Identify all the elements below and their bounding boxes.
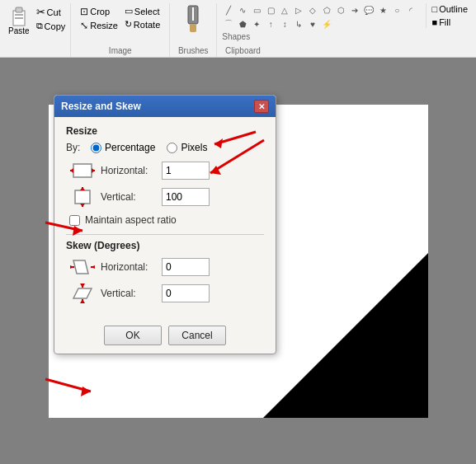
horizontal-resize-icon xyxy=(69,160,96,181)
crop-label: Crop xyxy=(90,7,110,16)
copy-button[interactable]: ⧉ Copy xyxy=(35,20,68,32)
shape-star[interactable]: ★ xyxy=(376,3,389,16)
percentage-radio[interactable] xyxy=(91,143,101,153)
shape-poly[interactable]: ⬟ xyxy=(236,17,249,30)
canvas-decoration xyxy=(263,253,428,418)
crop-resize-area: ⊡ Crop ⤡ Resize xyxy=(78,5,120,32)
shape-arrow-up[interactable]: ↑ xyxy=(264,17,277,30)
clipboard-group: Paste ✂ Cut ⧉ Copy Clipboard xyxy=(2,3,71,57)
shape-heart[interactable]: ♥ xyxy=(306,17,319,30)
svg-marker-22 xyxy=(73,288,92,298)
shape-arrow-right[interactable]: ➔ xyxy=(348,3,361,16)
percentage-label: Percentage xyxy=(105,142,155,153)
dialog-body: Resize By: Percentage Pixels xyxy=(54,117,276,319)
shape-arc[interactable]: ◜ xyxy=(404,3,417,16)
rotate-label: Rotate xyxy=(134,20,160,30)
pixels-radio-label[interactable]: Pixels xyxy=(167,142,207,153)
ok-button[interactable]: OK xyxy=(104,326,162,345)
paste-icon xyxy=(9,7,29,26)
shape-roundrect[interactable]: ▢ xyxy=(264,3,277,16)
fill-button[interactable]: ■ Fill xyxy=(430,16,469,28)
vertical-skew-row: Vertical: 0 xyxy=(66,283,264,304)
aspect-ratio-row: Maintain aspect ratio xyxy=(69,214,264,226)
vertical-resize-icon xyxy=(69,186,96,208)
rotate-button[interactable]: ↻ Rotate xyxy=(123,18,162,30)
select-button[interactable]: ▭ Select xyxy=(123,5,162,17)
copy-label: Copy xyxy=(45,21,66,31)
pixels-radio[interactable] xyxy=(167,143,177,153)
resize-button[interactable]: ⤡ Resize xyxy=(78,19,120,32)
aspect-ratio-checkbox[interactable] xyxy=(69,215,80,226)
outline-button[interactable]: □ Outline xyxy=(430,3,469,15)
resize-label: Resize xyxy=(90,21,118,30)
horizontal-skew-input[interactable]: 0 xyxy=(162,258,210,276)
outline-label: Outline xyxy=(439,4,468,14)
horizontal-resize-input[interactable]: 1 xyxy=(162,162,210,180)
select-rotate-area: ▭ Select ↻ Rotate xyxy=(123,5,162,30)
shape-diamond[interactable]: ◇ xyxy=(306,3,319,16)
shape-callout[interactable]: 💬 xyxy=(362,3,375,16)
percentage-radio-label[interactable]: Percentage xyxy=(91,142,155,153)
svg-marker-26 xyxy=(80,299,85,303)
shape-curved[interactable]: ⌒ xyxy=(222,17,235,30)
ribbon: Paste ✂ Cut ⧉ Copy Clipboard ⊡ Crop xyxy=(0,0,476,58)
horizontal-skew-row: Horizontal: 0 xyxy=(66,256,264,278)
paste-label: Paste xyxy=(8,26,30,35)
shape-line[interactable]: ╱ xyxy=(222,3,235,16)
shape-ellipse[interactable]: ○ xyxy=(390,3,403,16)
image-label: Image xyxy=(71,46,169,55)
shape-lightning[interactable]: ⚡ xyxy=(320,17,333,30)
svg-marker-16 xyxy=(80,204,85,207)
select-icon: ▭ xyxy=(125,6,133,16)
svg-rect-5 xyxy=(190,24,196,32)
copy-icon: ⧉ xyxy=(36,21,43,31)
shape-arrow-corner[interactable]: ↳ xyxy=(292,17,305,30)
svg-rect-7 xyxy=(73,164,92,177)
horizontal-resize-row: Horizontal: 1 xyxy=(66,160,264,181)
cut-copy-group: ✂ Cut ⧉ Copy xyxy=(35,5,68,32)
paste-button[interactable]: Paste xyxy=(5,5,33,37)
cut-button[interactable]: ✂ Cut xyxy=(35,5,68,19)
svg-marker-9 xyxy=(70,168,73,173)
horizontal-skew-label: Horizontal: xyxy=(101,261,162,273)
dialog-close-button[interactable]: ✕ xyxy=(254,100,269,113)
shape-pentagon[interactable]: ⬠ xyxy=(320,3,333,16)
resize-skew-dialog[interactable]: Resize and Skew ✕ Resize By: Percentage … xyxy=(54,95,276,354)
svg-marker-17 xyxy=(73,260,88,274)
vertical-resize-row: Vertical: 100 xyxy=(66,186,264,208)
horizontal-resize-label: Horizontal: xyxy=(101,165,162,176)
shape-4pt[interactable]: ✦ xyxy=(250,17,263,30)
image-group: ⊡ Crop ⤡ Resize ▭ Select ↻ Rotate Ima xyxy=(71,3,170,57)
vertical-resize-label: Vertical: xyxy=(101,191,162,203)
shape-wave[interactable]: ∿ xyxy=(236,3,249,16)
svg-rect-2 xyxy=(15,14,23,16)
fill-label: Fill xyxy=(439,17,450,27)
by-label: By: xyxy=(66,142,82,153)
svg-rect-3 xyxy=(15,17,23,19)
shape-triangle-down[interactable]: ▷ xyxy=(292,3,305,16)
outline-icon: □ xyxy=(431,4,437,14)
shape-rect[interactable]: ▭ xyxy=(250,3,263,16)
shape-triangle-up[interactable]: △ xyxy=(278,3,291,16)
brushes-icon xyxy=(177,3,210,36)
shape-hexagon[interactable]: ⬡ xyxy=(334,3,347,16)
vertical-skew-icon xyxy=(69,283,96,304)
brushes-group: Brushes xyxy=(170,3,217,57)
select-label: Select xyxy=(134,7,160,16)
skew-section-label: Skew (Degrees) xyxy=(66,240,264,251)
svg-rect-12 xyxy=(75,190,90,204)
canvas-area: Resize and Skew ✕ Resize By: Percentage … xyxy=(0,58,476,464)
divider xyxy=(66,234,264,235)
cancel-button[interactable]: Cancel xyxy=(168,326,226,345)
svg-rect-1 xyxy=(16,7,22,12)
rotate-icon: ↻ xyxy=(125,19,132,30)
dialog-title-bar: Resize and Skew ✕ xyxy=(54,96,276,117)
svg-marker-11 xyxy=(92,168,95,173)
shape-arrow-bi[interactable]: ↕ xyxy=(278,17,291,30)
crop-button[interactable]: ⊡ Crop xyxy=(78,5,120,18)
vertical-resize-input[interactable]: 100 xyxy=(162,188,210,206)
cut-icon: ✂ xyxy=(36,6,45,18)
vertical-skew-input[interactable]: 0 xyxy=(162,284,210,302)
shapes-label: Shapes xyxy=(222,32,469,41)
aspect-ratio-label: Maintain aspect ratio xyxy=(85,214,177,226)
